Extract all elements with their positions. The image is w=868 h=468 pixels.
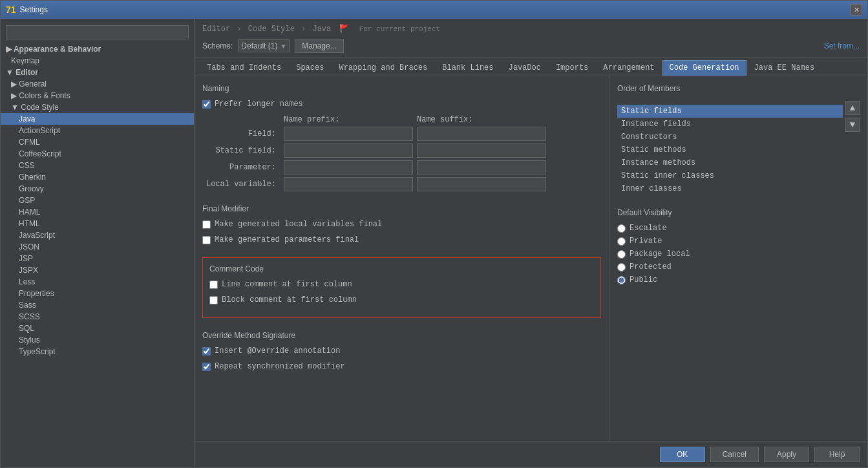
naming-prefix-2[interactable]: [284, 160, 413, 175]
sidebar-item-4[interactable]: ▶ Colors & Fonts: [1, 90, 194, 101]
panels-area: Naming Prefer longer names Name prefix: …: [195, 76, 867, 441]
tab-spaces[interactable]: Spaces: [289, 60, 331, 76]
visibility-row-2: Package local: [617, 250, 860, 259]
repeat-sync-checkbox[interactable]: [202, 363, 211, 371]
sidebar-item-18[interactable]: JSP: [1, 253, 194, 264]
breadcrumb-editor: Editor: [202, 25, 230, 34]
naming-suffix-2[interactable]: [417, 160, 546, 175]
member-item-5[interactable]: Static inner classes: [617, 169, 843, 182]
tab-wrapping-and-braces[interactable]: Wrapping and Braces: [332, 60, 434, 76]
insert-override-label: Insert @Override annotation: [215, 346, 340, 356]
sidebar-item-2[interactable]: ▼ Editor: [1, 67, 194, 78]
member-item-0[interactable]: Static fields: [617, 105, 843, 118]
block-comment-checkbox[interactable]: [209, 296, 218, 304]
help-button[interactable]: Help: [814, 447, 860, 462]
sidebar-item-25[interactable]: Stylus: [1, 334, 194, 346]
sidebar-item-26[interactable]: TypeScript: [1, 346, 194, 357]
sidebar-item-0[interactable]: ▶ Appearance & Behavior: [1, 43, 194, 55]
naming-suffix-1[interactable]: [417, 144, 546, 158]
close-button[interactable]: ✕: [851, 4, 862, 16]
member-item-6[interactable]: Inner classes: [617, 182, 843, 195]
visibility-row-1: Private: [617, 237, 860, 246]
member-item-1[interactable]: Instance fields: [617, 118, 843, 131]
sidebar-item-10[interactable]: CSS: [1, 160, 194, 171]
member-item-2[interactable]: Constructors: [617, 131, 843, 144]
search-input[interactable]: [6, 25, 189, 39]
footer: OK Cancel Apply Help: [195, 441, 867, 467]
sidebar-item-13[interactable]: GSP: [1, 195, 194, 206]
visibility-radio-escalate[interactable]: [617, 224, 626, 233]
sidebar-item-20[interactable]: Less: [1, 276, 194, 288]
naming-prefix-1[interactable]: [284, 144, 413, 158]
visibility-radio-private[interactable]: [617, 237, 626, 246]
repeat-sync-row: Repeat synchronized modifier: [202, 362, 601, 371]
visibility-radio-package_local[interactable]: [617, 250, 626, 259]
visibility-row-0: Escalate: [617, 224, 860, 233]
sidebar-item-23[interactable]: SCSS: [1, 311, 194, 323]
default-visibility-section: Default Visibility Escalate Private Pack…: [617, 208, 860, 284]
tab-arrangement[interactable]: Arrangement: [596, 60, 661, 76]
visibility-radio-public[interactable]: [617, 276, 626, 284]
main-content: Editor › Code Style › Java 🚩 For current…: [195, 19, 867, 467]
sidebar-item-15[interactable]: HTML: [1, 218, 194, 229]
apply-button[interactable]: Apply: [764, 447, 809, 462]
sidebar-item-1[interactable]: Keymap: [1, 55, 194, 67]
tab-code-generation[interactable]: Code Generation: [662, 60, 746, 76]
comment-code-title: Comment Code: [209, 264, 594, 273]
sidebar-item-6[interactable]: Java: [1, 113, 194, 125]
order-of-members-title: Order of Members: [617, 84, 860, 93]
move-up-button[interactable]: ▲: [845, 101, 860, 115]
ok-button[interactable]: OK: [660, 447, 705, 462]
naming-prefix-0[interactable]: [284, 127, 413, 141]
naming-rows: Field: Static field: Parameter: Local va…: [202, 127, 601, 191]
sidebar-item-11[interactable]: Gherkin: [1, 171, 194, 183]
visibility-row-3: Protected: [617, 262, 860, 271]
naming-label-1: Static field:: [202, 146, 280, 155]
local-vars-final-checkbox[interactable]: [202, 220, 211, 229]
sidebar-item-3[interactable]: ▶ General: [1, 78, 194, 90]
tab-tabs-and-indents[interactable]: Tabs and Indents: [200, 60, 288, 76]
sidebar-item-17[interactable]: JSON: [1, 241, 194, 253]
sidebar-item-9[interactable]: CoffeeScript: [1, 148, 194, 160]
sidebar-item-14[interactable]: HAML: [1, 206, 194, 218]
suffix-header: Name suffix:: [417, 115, 546, 124]
visibility-radio-protected[interactable]: [617, 263, 626, 271]
tab-java-ee-names[interactable]: Java EE Names: [747, 60, 822, 76]
member-item-4[interactable]: Instance methods: [617, 156, 843, 169]
member-item-3[interactable]: Static methods: [617, 144, 843, 156]
naming-prefix-3[interactable]: [284, 177, 413, 191]
line-comment-row: Line comment at first column: [209, 280, 594, 289]
naming-label-0: Field:: [202, 129, 280, 138]
naming-section: Naming Prefer longer names Name prefix: …: [202, 84, 601, 191]
breadcrumb-sep1: ›: [237, 25, 241, 34]
sidebar-item-24[interactable]: SQL: [1, 323, 194, 334]
move-down-button[interactable]: ▼: [845, 118, 860, 132]
naming-suffix-0[interactable]: [417, 127, 546, 141]
line-comment-checkbox[interactable]: [209, 281, 218, 289]
tab-imports[interactable]: Imports: [549, 60, 595, 76]
sidebar-item-12[interactable]: Groovy: [1, 183, 194, 195]
visibility-label-3: Protected: [630, 262, 672, 271]
manage-button[interactable]: Manage...: [295, 39, 343, 53]
default-visibility-title: Default Visibility: [617, 208, 860, 217]
sidebar-item-8[interactable]: CFML: [1, 136, 194, 148]
set-from-link[interactable]: Set from...: [824, 41, 860, 50]
sidebar-item-5[interactable]: ▼ Code Style: [1, 101, 194, 113]
sidebar-tree: ▶ Appearance & BehaviorKeymap▼ Editor▶ G…: [1, 43, 194, 357]
sidebar-item-19[interactable]: JSPX: [1, 264, 194, 276]
sidebar-item-21[interactable]: Properties: [1, 288, 194, 299]
prefer-longer-names-checkbox[interactable]: [202, 100, 211, 109]
sidebar-item-16[interactable]: JavaScript: [1, 229, 194, 241]
breadcrumb: Editor › Code Style › Java 🚩 For current…: [202, 24, 860, 34]
tab-javadoc[interactable]: JavaDoc: [501, 60, 547, 76]
sidebar-item-22[interactable]: Sass: [1, 299, 194, 311]
members-area: Static fieldsInstance fieldsConstructors…: [617, 100, 860, 195]
insert-override-checkbox[interactable]: [202, 347, 211, 356]
naming-suffix-3[interactable]: [417, 177, 546, 191]
dialog-title: Settings: [20, 5, 48, 14]
sidebar-item-7[interactable]: ActionScript: [1, 125, 194, 136]
scheme-select[interactable]: Default (1) ▼: [238, 39, 290, 52]
cancel-button[interactable]: Cancel: [710, 447, 759, 462]
tab-blank-lines[interactable]: Blank Lines: [435, 60, 500, 76]
params-final-checkbox[interactable]: [202, 236, 211, 244]
